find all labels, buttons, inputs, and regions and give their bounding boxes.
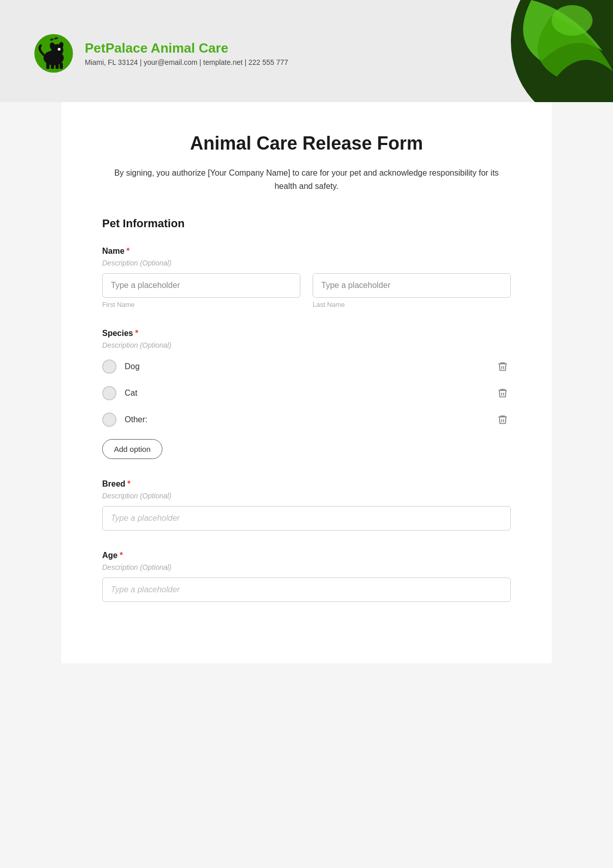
contact-info: Miami, FL 33124 | your@email.com | templ… <box>85 58 288 66</box>
logo-icon <box>31 28 77 74</box>
header-decoration <box>470 0 613 102</box>
delete-cat-icon[interactable] <box>494 385 511 401</box>
svg-rect-7 <box>56 63 59 69</box>
radio-other-label: Other: <box>125 415 147 424</box>
breed-description: Description (Optional) <box>102 492 511 500</box>
age-field-group: Age* Description (Optional) <box>102 551 511 602</box>
breed-input[interactable] <box>102 506 511 531</box>
name-field-group: Name* Description (Optional) First Name … <box>102 247 511 308</box>
last-name-wrapper: Last Name <box>313 273 511 308</box>
age-label: Age* <box>102 551 511 560</box>
radio-other[interactable] <box>102 413 116 427</box>
first-name-sublabel: First Name <box>102 301 300 308</box>
name-description: Description (Optional) <box>102 259 511 267</box>
species-label: Species* <box>102 329 511 338</box>
last-name-sublabel: Last Name <box>313 301 511 308</box>
species-option-cat: Cat <box>102 382 511 404</box>
required-marker: * <box>120 551 123 560</box>
brand-info: PetPalace Animal Care Miami, FL 33124 | … <box>85 36 288 66</box>
age-description: Description (Optional) <box>102 563 511 571</box>
header: PetPalace Animal Care Miami, FL 33124 | … <box>0 0 613 102</box>
brand-name: PetPalace Animal Care <box>85 40 288 56</box>
first-name-input[interactable] <box>102 273 300 298</box>
header-left: PetPalace Animal Care Miami, FL 33124 | … <box>31 28 288 74</box>
svg-point-11 <box>552 5 593 36</box>
svg-rect-6 <box>51 63 54 69</box>
radio-cat[interactable] <box>102 386 116 400</box>
species-option-dog: Dog <box>102 355 511 378</box>
name-input-row: First Name Last Name <box>102 273 511 308</box>
species-field-group: Species* Description (Optional) Dog <box>102 329 511 459</box>
last-name-input[interactable] <box>313 273 511 298</box>
form-description: By signing, you authorize [Your Company … <box>102 166 511 192</box>
name-label: Name* <box>102 247 511 256</box>
species-options: Dog Cat <box>102 355 511 431</box>
required-marker: * <box>127 247 130 255</box>
breed-field-group: Breed* Description (Optional) <box>102 479 511 531</box>
radio-dog-label: Dog <box>125 362 139 371</box>
add-option-button[interactable]: Add option <box>102 439 162 459</box>
age-input[interactable] <box>102 577 511 602</box>
form-title: Animal Care Release Form <box>102 133 511 154</box>
required-marker: * <box>127 479 130 488</box>
species-description: Description (Optional) <box>102 341 511 349</box>
svg-point-9 <box>58 48 60 51</box>
required-marker: * <box>135 329 138 337</box>
main-content: Animal Care Release Form By signing, you… <box>61 102 552 663</box>
logo-area: PetPalace Animal Care Miami, FL 33124 | … <box>31 28 288 74</box>
radio-dog[interactable] <box>102 359 116 374</box>
delete-dog-icon[interactable] <box>494 358 511 375</box>
svg-rect-5 <box>46 63 50 69</box>
delete-other-icon[interactable] <box>494 412 511 428</box>
radio-cat-label: Cat <box>125 389 137 398</box>
svg-rect-8 <box>60 63 63 69</box>
breed-label: Breed* <box>102 479 511 489</box>
first-name-wrapper: First Name <box>102 273 300 308</box>
section-title: Pet Information <box>102 217 511 230</box>
species-option-other: Other: <box>102 408 511 431</box>
